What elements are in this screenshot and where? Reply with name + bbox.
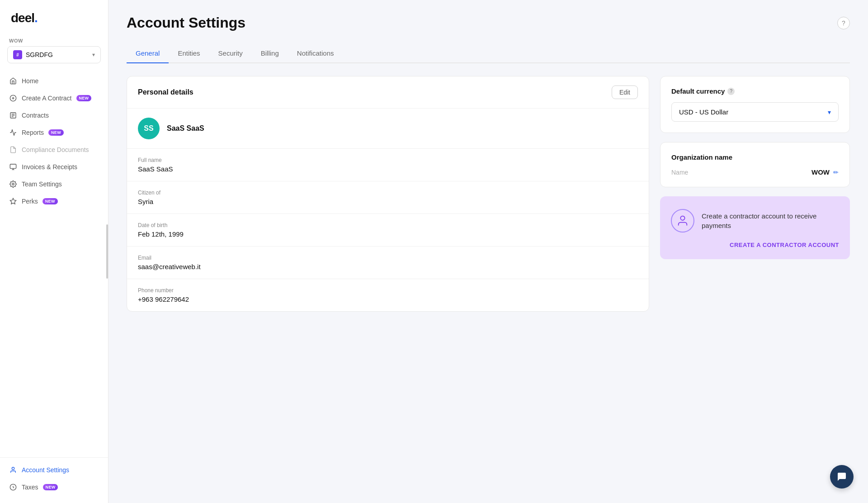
svg-point-12 (12, 467, 14, 470)
info-icon[interactable]: ? (727, 88, 735, 95)
chevron-down-icon: ▾ (92, 52, 95, 58)
edit-pencil-icon[interactable]: ✏ (833, 169, 839, 176)
tab-security[interactable]: Security (209, 44, 252, 63)
home-icon (9, 77, 17, 85)
profile-row: SS SaaS SaaS (127, 109, 649, 149)
perks-icon (9, 197, 17, 205)
currency-value: USD - US Dollar (679, 108, 728, 116)
right-column: Default currency ? USD - US Dollar ▾ Org… (660, 76, 850, 259)
sidebar-item-label: Create A Contract (22, 95, 72, 102)
edit-button[interactable]: Edit (612, 85, 638, 99)
field-value: SaaS SaaS (138, 165, 638, 173)
sidebar-item-perks[interactable]: Perks NEW (0, 193, 108, 210)
reports-icon (9, 128, 17, 137)
sidebar-item-create-contract[interactable]: Create A Contract NEW (0, 90, 108, 107)
tab-notifications[interactable]: Notifications (288, 44, 343, 63)
chat-button[interactable] (830, 465, 854, 489)
sidebar-item-label: Taxes (22, 484, 38, 491)
tab-billing[interactable]: Billing (252, 44, 288, 63)
sidebar-item-team-settings[interactable]: Team Settings (0, 176, 108, 193)
field-value: +963 962279642 (138, 295, 638, 303)
card-title: Personal details (138, 88, 193, 96)
avatar: SS (138, 118, 160, 139)
field-email: Email saas@creativeweb.it (127, 247, 649, 279)
field-label: Email (138, 255, 638, 261)
content-grid: Personal details Edit SS SaaS SaaS Full … (127, 76, 850, 312)
svg-point-10 (12, 183, 14, 185)
field-label: Full name (138, 157, 638, 163)
sidebar-item-label: Team Settings (22, 180, 62, 188)
sidebar-item-label: Compliance Documents (22, 146, 89, 153)
sidebar-item-label: Home (22, 77, 38, 85)
currency-select[interactable]: USD - US Dollar ▾ (671, 102, 839, 122)
workspace-area: WOW # SGRDFG ▾ (0, 34, 108, 69)
sidebar-bottom: Account Settings Taxes NEW (0, 457, 108, 503)
tabs-bar: General Entities Security Billing Notifi… (127, 44, 850, 63)
account-settings-icon (9, 466, 17, 474)
field-label: Phone number (138, 287, 638, 294)
tab-entities[interactable]: Entities (169, 44, 209, 63)
tab-general[interactable]: General (127, 44, 169, 63)
field-value: Feb 12th, 1999 (138, 230, 638, 238)
currency-card: Default currency ? USD - US Dollar ▾ (660, 76, 850, 133)
sidebar-item-home[interactable]: Home (0, 72, 108, 90)
contractor-icon (671, 209, 694, 233)
contractor-icon-wrapper: Create a contractor account to receive p… (671, 209, 839, 233)
currency-title: Default currency (671, 87, 725, 95)
personal-details-card: Personal details Edit SS SaaS SaaS Full … (127, 76, 649, 312)
profile-full-name: SaaS SaaS (167, 124, 204, 133)
sidebar-item-label: Perks (22, 198, 38, 205)
contractor-text: Create a contractor account to receive p… (702, 211, 839, 230)
logo: deel. (11, 11, 38, 25)
compliance-icon (9, 146, 17, 154)
sidebar-item-taxes[interactable]: Taxes NEW (0, 479, 108, 496)
logo-area: deel. (0, 0, 108, 34)
contractor-account-card: Create a contractor account to receive p… (660, 196, 850, 259)
org-value-wrapper: WOW ✏ (811, 168, 839, 176)
sidebar-nav: Home Create A Contract NEW Contracts Rep… (0, 69, 108, 457)
field-phone-number: Phone number +963 962279642 (127, 279, 649, 311)
currency-header: Default currency ? (671, 87, 839, 95)
help-icon[interactable]: ? (837, 17, 850, 29)
field-date-of-birth: Date of birth Feb 12th, 1999 (127, 214, 649, 247)
svg-point-14 (680, 216, 684, 220)
workspace-icon: # (13, 50, 22, 59)
sidebar-item-account-settings[interactable]: Account Settings (0, 461, 108, 479)
new-badge: NEW (43, 484, 58, 490)
field-label: Citizen of (138, 190, 638, 196)
field-value: saas@creativeweb.it (138, 263, 638, 270)
sidebar-item-label: Contracts (22, 112, 49, 119)
organization-card: Organization name Name WOW ✏ (660, 142, 850, 187)
page-header: Account Settings ? (127, 14, 850, 31)
sidebar-item-label: Account Settings (22, 466, 69, 474)
invoices-icon (9, 163, 17, 171)
sidebar-item-contracts[interactable]: Contracts (0, 107, 108, 124)
create-contract-icon (9, 94, 17, 102)
scrollbar-handle[interactable] (106, 224, 108, 279)
sidebar-item-label: Reports (22, 129, 44, 136)
main-content: Account Settings ? General Entities Secu… (108, 0, 868, 503)
new-badge: NEW (76, 95, 92, 101)
workspace-label: WOW (7, 38, 101, 43)
field-citizen-of: Citizen of Syria (127, 181, 649, 214)
sidebar-item-invoices[interactable]: Invoices & Receipts (0, 158, 108, 176)
sidebar-item-label: Invoices & Receipts (22, 163, 77, 171)
field-full-name: Full name SaaS SaaS (127, 149, 649, 181)
chevron-down-icon: ▾ (828, 109, 831, 116)
org-value: WOW (811, 168, 830, 176)
svg-marker-11 (10, 198, 16, 204)
create-contractor-account-button[interactable]: CREATE A CONTRACTOR ACCOUNT (730, 242, 839, 248)
sidebar-item-compliance[interactable]: Compliance Documents (0, 141, 108, 158)
logo-text: deel (11, 11, 34, 25)
workspace-name: SGRDFG (26, 51, 89, 58)
sidebar: deel. WOW # SGRDFG ▾ Home Create A Contr… (0, 0, 108, 503)
logo-dot: . (34, 11, 38, 25)
new-badge: NEW (42, 198, 58, 204)
team-settings-icon (9, 180, 17, 188)
taxes-icon (9, 483, 17, 491)
sidebar-item-reports[interactable]: Reports NEW (0, 124, 108, 141)
card-header: Personal details Edit (127, 76, 649, 109)
org-row: Name WOW ✏ (671, 168, 839, 176)
workspace-selector[interactable]: # SGRDFG ▾ (7, 46, 101, 63)
org-title: Organization name (671, 153, 839, 161)
